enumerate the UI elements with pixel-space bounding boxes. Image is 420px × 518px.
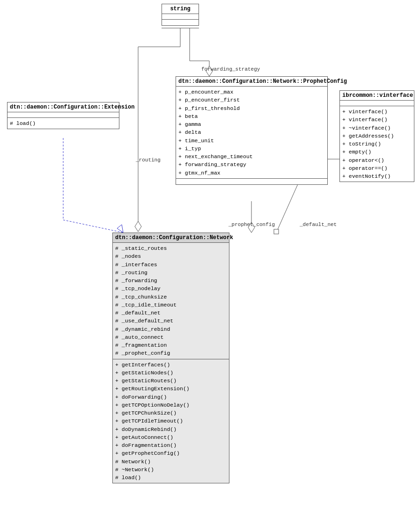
class-vinterface-methods: + vinterface() + vinterface() + ~vinterf… <box>340 106 414 182</box>
svg-marker-0 <box>135 221 141 232</box>
label-routing: _routing <box>136 157 161 163</box>
class-extension-name: dtn::daemon::Configuration::Extension <box>10 104 134 110</box>
class-extension-empty <box>7 112 119 118</box>
class-prophetconfig: dtn::daemon::Configuration::Network::Pro… <box>176 76 328 185</box>
class-extension: dtn::daemon::Configuration::Extension # … <box>7 102 119 129</box>
label-forwarding-strategy: forwarding_strategy <box>201 66 260 72</box>
svg-rect-3 <box>274 229 279 234</box>
class-string-header: string <box>162 4 199 14</box>
class-prophetconfig-attributes: + p_encounter_max + p_encounter_first + … <box>176 87 327 179</box>
class-vinterface-name: ibrcommon::vinterface <box>342 92 413 99</box>
class-string-name: string <box>170 6 190 12</box>
label-prophet-config: _prophet_config <box>228 222 275 227</box>
class-prophetconfig-header: dtn::daemon::Configuration::Network::Pro… <box>176 77 327 87</box>
class-vinterface: ibrcommon::vinterface + vinterface() + v… <box>339 90 414 182</box>
class-network: dtn::daemon::Configuration::Network # _s… <box>112 233 229 483</box>
label-default-net: _default_net <box>300 222 337 227</box>
class-string: string <box>162 4 199 26</box>
class-network-attributes: # _static_routes # _nodes # _interfaces … <box>113 243 229 359</box>
class-prophetconfig-name: dtn::daemon::Configuration::Network::Pro… <box>178 78 347 85</box>
class-network-methods: + getInterfaces() + getStaticNodes() + g… <box>113 359 229 483</box>
class-network-header: dtn::daemon::Configuration::Network <box>113 233 229 243</box>
class-extension-methods: # load() <box>7 118 119 129</box>
svg-marker-4 <box>117 225 123 233</box>
class-vinterface-header: ibrcommon::vinterface <box>340 91 414 101</box>
class-vinterface-empty <box>340 101 414 106</box>
diagram-container: string forwarding_strategy dtn::daemon::… <box>0 0 420 518</box>
class-extension-header: dtn::daemon::Configuration::Extension <box>7 102 119 112</box>
class-network-name: dtn::daemon::Configuration::Network <box>115 234 233 241</box>
